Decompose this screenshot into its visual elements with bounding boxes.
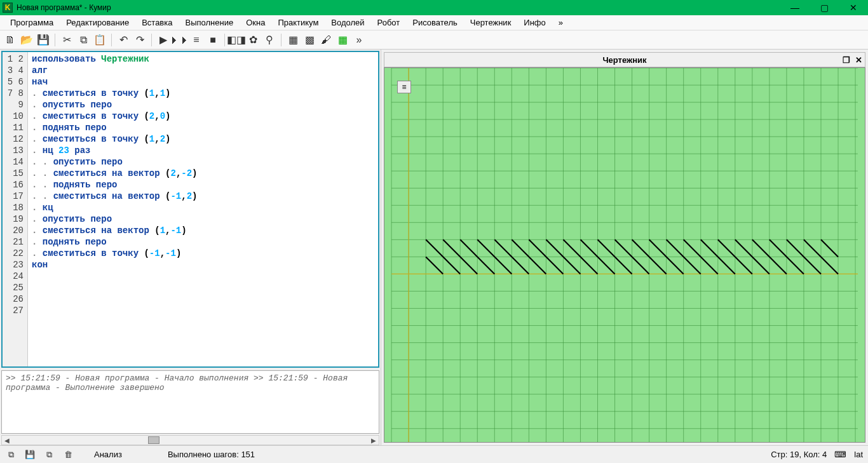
grid-green-icon[interactable]: ▦	[335, 32, 350, 48]
actor-icon[interactable]: ◧◨	[229, 32, 244, 48]
actor-icon-2[interactable]: ✿	[245, 32, 261, 48]
step-run-icon[interactable]: ⏵⏵	[172, 32, 187, 48]
toolbar-separator	[281, 34, 281, 46]
trash-icon[interactable]: 🗑	[62, 449, 74, 460]
steps-label: Выполнено шагов: 151	[168, 450, 255, 459]
canvas-close-icon[interactable]: ✕	[855, 55, 862, 65]
toolbar-separator	[111, 34, 112, 46]
maximize-button[interactable]: ▢	[810, 0, 839, 15]
drawing-canvas[interactable]: ≡	[384, 67, 865, 443]
keyboard-icon[interactable]: ⌨	[834, 450, 846, 459]
svg-rect-0	[391, 68, 858, 442]
canvas-title: Чертежник	[602, 55, 646, 65]
grid-icon-2[interactable]: ▩	[302, 32, 317, 48]
redo-icon[interactable]: ↷	[132, 32, 147, 48]
menubar: ПрограммаРедактированиеВставкаВыполнение…	[0, 15, 868, 30]
canvas-titlebar: Чертежник ❐ ✕	[384, 52, 865, 67]
menu-item-6[interactable]: Водолей	[325, 16, 370, 29]
right-pane: Чертежник ❐ ✕ ≡	[381, 50, 868, 445]
horizontal-scrollbar[interactable]: ◀ ▶	[1, 435, 379, 445]
scroll-right-icon[interactable]: ▶	[369, 436, 379, 445]
run-icon[interactable]: ▶	[156, 32, 171, 48]
menu-item-8[interactable]: Рисователь	[406, 16, 463, 29]
scroll-thumb[interactable]	[148, 436, 159, 444]
menu-item-3[interactable]: Выполнение	[179, 16, 240, 29]
new-file-icon[interactable]: 🗎	[3, 32, 18, 48]
window-title: Новая программа* - Кумир	[17, 3, 780, 12]
main-area: 1 2 3 4 5 6 7 8 9 10 11 12 13 14 15 16 1…	[0, 50, 868, 445]
window-titlebar: K Новая программа* - Кумир — ▢ ✕	[0, 0, 868, 15]
toolbar-separator	[151, 34, 152, 46]
menu-item-7[interactable]: Робот	[371, 16, 407, 29]
brush-icon[interactable]: 🖌	[318, 32, 334, 48]
pause-icon[interactable]: ≡	[189, 32, 204, 48]
menu-item-10[interactable]: Инфо	[517, 16, 552, 29]
window-controls: — ▢ ✕	[780, 0, 868, 15]
toolbar-separator	[55, 34, 55, 46]
menu-item-11[interactable]: »	[552, 16, 569, 29]
copy-status-icon[interactable]: ⧉	[43, 449, 55, 460]
menu-item-9[interactable]: Чертежник	[464, 16, 518, 29]
save-file-icon[interactable]: 💾	[36, 32, 51, 48]
console-toggle-icon[interactable]: ⧉	[5, 449, 17, 460]
console-output[interactable]: >> 15:21:59 - Новая программа - Начало в…	[2, 371, 379, 433]
input-lang[interactable]: lat	[854, 450, 863, 459]
stop-icon[interactable]: ■	[205, 32, 220, 48]
code-editor[interactable]: 1 2 3 4 5 6 7 8 9 10 11 12 13 14 15 16 1…	[1, 51, 379, 368]
toolbar-more[interactable]: »	[351, 32, 367, 48]
code-text[interactable]: использовать Чертежник алг нач . сместит…	[28, 52, 378, 366]
canvas-menu-icon[interactable]: ≡	[397, 81, 411, 93]
cut-icon[interactable]: ✂	[59, 32, 74, 48]
copy-icon[interactable]: ⧉	[76, 32, 91, 48]
paste-icon[interactable]: 📋	[92, 32, 107, 48]
minimize-button[interactable]: —	[780, 0, 810, 15]
undo-icon[interactable]: ↶	[116, 32, 131, 48]
menu-item-5[interactable]: Практикум	[271, 16, 325, 29]
actor-icon-3[interactable]: ⚲	[262, 32, 277, 48]
left-pane: 1 2 3 4 5 6 7 8 9 10 11 12 13 14 15 16 1…	[0, 50, 381, 445]
toolbar: 🗎 📂 💾 ✂ ⧉ 📋 ↶ ↷ ▶ ⏵⏵ ≡ ■ ◧◨ ✿ ⚲ ▦ ▩ 🖌 ▦ …	[0, 30, 868, 50]
menu-item-0[interactable]: Программа	[4, 16, 60, 29]
analysis-label[interactable]: Анализ	[94, 450, 122, 459]
scroll-left-icon[interactable]: ◀	[2, 436, 12, 445]
app-icon: K	[3, 3, 13, 13]
console: >> 15:21:59 - Новая программа - Начало в…	[1, 370, 379, 434]
statusbar: ⧉ 💾 ⧉ 🗑 Анализ Выполнено шагов: 151 Стр:…	[0, 445, 868, 463]
cursor-position: Стр: 19, Кол: 4	[771, 450, 827, 459]
canvas-maximize-icon[interactable]: ❐	[843, 55, 850, 65]
menu-item-1[interactable]: Редактирование	[60, 16, 135, 29]
line-gutter: 1 2 3 4 5 6 7 8 9 10 11 12 13 14 15 16 1…	[3, 52, 28, 366]
menu-item-4[interactable]: Окна	[240, 16, 271, 29]
grid-icon[interactable]: ▦	[285, 32, 301, 48]
close-button[interactable]: ✕	[839, 0, 868, 15]
toolbar-separator	[224, 34, 225, 46]
save-status-icon[interactable]: 💾	[24, 449, 36, 460]
menu-item-2[interactable]: Вставка	[135, 16, 179, 29]
canvas-svg	[384, 68, 865, 442]
open-file-icon[interactable]: 📂	[19, 32, 34, 48]
